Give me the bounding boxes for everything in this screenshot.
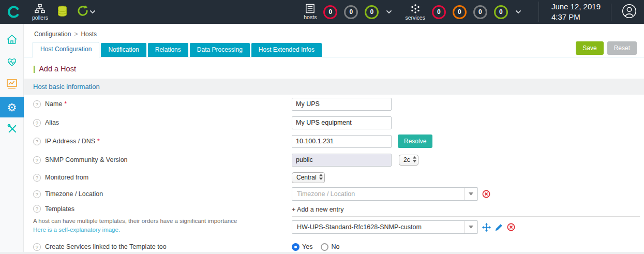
ip-required-mark: * xyxy=(97,138,100,145)
name-input[interactable] xyxy=(292,98,392,111)
monitored-from-label-group: ? Monitored from xyxy=(33,174,292,182)
page-title-text: Add a Host xyxy=(39,65,76,73)
sidebar-item-configuration[interactable]: ⚙ xyxy=(0,97,24,117)
ip-value: Resolve xyxy=(292,135,644,148)
services-chevron-down-icon[interactable] xyxy=(516,10,521,14)
timezone-label-group: ? Timezone / Location xyxy=(33,190,292,198)
next-section-edge xyxy=(0,252,644,254)
gear-icon: ⚙ xyxy=(7,102,17,113)
form-row-timezone: ? Timezone / Location Timezone / Locatio… xyxy=(24,186,644,202)
refresh-chevron-down-icon[interactable] xyxy=(90,10,95,14)
services-ok-badge[interactable]: 0 xyxy=(494,5,508,19)
sidebar-item-home[interactable] xyxy=(0,30,24,51)
stepper-arrows-icon xyxy=(413,156,416,164)
help-icon[interactable]: ? xyxy=(33,174,41,182)
help-icon[interactable]: ? xyxy=(33,190,41,198)
timezone-select[interactable]: Timezone / Location xyxy=(292,187,478,201)
templates-help-link[interactable]: Here is a self-explanatory image. xyxy=(33,226,292,234)
tab-host-extended-infos[interactable]: Host Extended Infos xyxy=(251,43,322,57)
sidebar-item-monitoring[interactable] xyxy=(0,52,24,73)
radio-unchecked-icon xyxy=(321,243,328,251)
hosts-menu[interactable]: hosts xyxy=(304,4,317,20)
dropdown-arrow-icon xyxy=(464,221,477,233)
templates-label: Templates xyxy=(45,205,74,213)
alias-input[interactable] xyxy=(292,116,392,129)
edit-template-icon[interactable] xyxy=(495,223,503,231)
templates-note: A host can have multiple templates, thei… xyxy=(33,217,292,226)
services-unknown-badge[interactable]: 0 xyxy=(473,5,487,19)
move-template-icon[interactable] xyxy=(482,223,491,232)
template-select[interactable]: HW-UPS-Standard-Rfc1628-SNMP-custom xyxy=(292,220,478,234)
database-menu[interactable] xyxy=(57,6,67,19)
help-icon[interactable]: ? xyxy=(33,138,41,145)
services-menu[interactable]: services xyxy=(405,4,425,21)
services-label: services xyxy=(405,15,425,21)
hosts-status-group: hosts 0 0 0 xyxy=(304,4,392,20)
tab-relations[interactable]: Relations xyxy=(148,43,188,57)
hosts-unknown-badge[interactable]: 0 xyxy=(344,5,358,19)
create-services-label-group: ? Create Services linked to the Template… xyxy=(33,243,292,251)
tab-notification[interactable]: Notification xyxy=(101,43,146,57)
templates-value: + Add a new entry HW-UPS-Standard-Rfc162… xyxy=(292,205,644,234)
clear-timezone-icon[interactable] xyxy=(482,190,490,198)
monitored-from-selected: Central xyxy=(296,174,317,181)
tab-data-processing[interactable]: Data Processing xyxy=(190,43,250,57)
hosts-icon xyxy=(305,4,316,13)
sidebar-item-reporting[interactable] xyxy=(0,74,24,95)
centreon-logo[interactable] xyxy=(0,0,27,24)
help-icon[interactable]: ? xyxy=(33,205,41,213)
user-menu[interactable] xyxy=(611,4,637,21)
tab-host-configuration[interactable]: Host Configuration xyxy=(33,42,99,57)
current-date: June 12, 2019 xyxy=(551,2,601,12)
tab-actions: Save Reset xyxy=(576,41,637,57)
help-icon[interactable]: ? xyxy=(33,156,41,164)
name-value xyxy=(292,98,644,111)
breadcrumb-hosts[interactable]: Hosts xyxy=(81,31,97,38)
add-template-entry-link[interactable]: + Add a new entry xyxy=(292,205,640,216)
resolve-button[interactable]: Resolve xyxy=(398,135,432,148)
alias-value xyxy=(292,116,644,129)
title-bar-glyph: | xyxy=(33,64,35,73)
name-required-mark: * xyxy=(64,100,67,108)
stepper-arrows-icon xyxy=(319,174,323,182)
help-icon[interactable]: ? xyxy=(33,243,41,251)
hosts-critical-badge[interactable]: 0 xyxy=(323,5,337,19)
templates-divider xyxy=(292,216,640,217)
breadcrumb-configuration[interactable]: Configuration xyxy=(34,31,71,38)
clock: June 12, 2019 4:37 PM xyxy=(538,2,601,23)
sidebar-item-administration[interactable] xyxy=(0,119,24,140)
breadcrumb: Configuration > Hosts xyxy=(24,24,644,42)
help-icon[interactable]: ? xyxy=(33,100,41,108)
monitored-from-select[interactable]: Central xyxy=(292,172,325,183)
section-host-basic-information: Host basic information xyxy=(24,79,644,95)
create-services-radio-yes[interactable]: Yes xyxy=(292,243,312,251)
timezone-placeholder: Timezone / Location xyxy=(292,190,464,198)
refresh-menu[interactable] xyxy=(77,5,89,19)
create-services-radio-no[interactable]: No xyxy=(321,243,339,251)
pollers-label: pollers xyxy=(32,15,48,21)
refresh-sync-icon xyxy=(77,5,89,19)
help-icon[interactable]: ? xyxy=(33,119,41,127)
reset-button[interactable]: Reset xyxy=(607,41,637,55)
form-row-alias: ? Alias xyxy=(24,113,644,132)
ip-input[interactable] xyxy=(292,135,392,148)
snmp-community-input[interactable] xyxy=(292,154,392,167)
form-row-snmp: ? SNMP Community & Version 2c xyxy=(24,151,644,169)
pollers-icon xyxy=(35,4,45,14)
snmp-value: 2c xyxy=(292,154,644,167)
hosts-chevron-down-icon[interactable] xyxy=(386,10,392,14)
radio-yes-label: Yes xyxy=(302,243,312,250)
save-button[interactable]: Save xyxy=(576,41,603,55)
snmp-label: SNMP Community & Version xyxy=(45,156,128,163)
create-services-label: Create Services linked to the Template t… xyxy=(45,243,167,250)
pollers-menu[interactable]: pollers xyxy=(32,4,48,21)
services-critical-badge[interactable]: 0 xyxy=(432,5,446,19)
timezone-value: Timezone / Location xyxy=(292,187,644,201)
centreon-logo-icon xyxy=(7,5,20,19)
delete-template-icon[interactable] xyxy=(507,223,515,231)
snmp-version-select[interactable]: 2c xyxy=(399,155,418,166)
template-entry-row: HW-UPS-Standard-Rfc1628-SNMP-custom xyxy=(292,220,640,234)
services-warning-badge[interactable]: 0 xyxy=(453,5,467,19)
hosts-ok-badge[interactable]: 0 xyxy=(365,5,379,19)
tab-bar: Host Configuration Notification Relation… xyxy=(24,42,644,57)
